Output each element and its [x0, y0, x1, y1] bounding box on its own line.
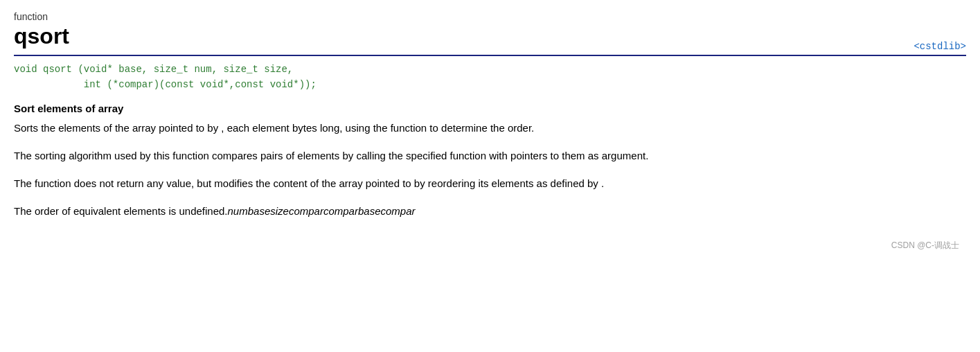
code-line1: void qsort (void* base, size_t num, size…: [14, 64, 293, 75]
paragraph-4-start: The order of equivalent elements is unde…: [14, 205, 228, 217]
cstdlib-link[interactable]: <cstdlib>: [914, 41, 966, 52]
watermark: CSDN @C-调战士: [891, 240, 959, 252]
section-title: Sort elements of array: [14, 103, 966, 114]
paragraph-1: Sorts the elements of the array pointed …: [14, 120, 966, 137]
paragraph-4-italic: numbasesizecomparcomparbasecompar: [228, 205, 416, 217]
paragraph-4: The order of equivalent elements is unde…: [14, 203, 966, 220]
paragraph-2: The sorting algorithm used by this funct…: [14, 148, 966, 164]
header-row: function qsort <cstdlib>: [14, 11, 966, 56]
code-block: void qsort (void* base, size_t num, size…: [14, 62, 966, 93]
title-block: function qsort: [14, 11, 69, 52]
paragraph-3: The function does not return any value, …: [14, 175, 966, 192]
content-area: function qsort <cstdlib> void qsort (voi…: [14, 11, 966, 252]
function-label: function: [14, 11, 69, 22]
function-name: qsort: [14, 24, 69, 49]
code-line2: int (*compar)(const void*,const void*));: [14, 79, 317, 90]
page-wrapper: function qsort <cstdlib> void qsort (voi…: [14, 11, 966, 252]
